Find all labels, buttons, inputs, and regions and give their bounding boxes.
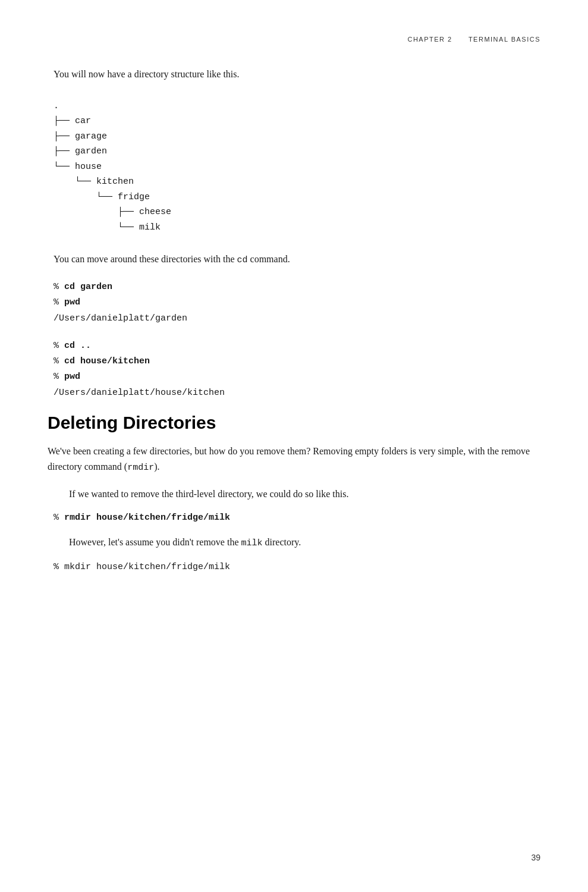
tree-line-house: └── house — [54, 159, 540, 175]
chapter-title: TERMINAL BASICS — [468, 36, 540, 43]
code-line-pwd-2: % pwd — [54, 369, 540, 385]
chapter-label: CHAPTER 2 — [407, 36, 452, 43]
intro-paragraph: You will now have a directory structure … — [54, 67, 540, 82]
tree-line-milk: └── milk — [54, 220, 540, 235]
directory-tree: . ├── car ├── garage ├── garden └── hous… — [54, 99, 540, 235]
page-header: CHAPTER 2 TERMINAL BASICS — [48, 36, 540, 43]
however-paragraph: However, let's assume you didn't remove … — [69, 535, 540, 551]
code-output-garden: /Users/danielplatt/garden — [54, 311, 540, 326]
tree-line-kitchen: └── kitchen — [54, 174, 540, 190]
code-block-1: % cd garden % pwd /Users/danielplatt/gar… — [54, 279, 540, 326]
tree-line-cheese: ├── cheese — [54, 205, 540, 220]
code-line-cd-garden: % cd garden — [54, 279, 540, 295]
deleting-paragraph-1: We've been creating a few directories, b… — [48, 444, 540, 476]
section-heading: Deleting Directories — [48, 413, 540, 433]
code-block-2: % cd .. % cd house/kitchen % pwd /Users/… — [54, 338, 540, 401]
tree-line-dot: . — [54, 99, 540, 114]
code-line-cd-kitchen: % cd house/kitchen — [54, 354, 540, 369]
rmdir-command: rmdir house/kitchen/fridge/milk — [64, 513, 230, 523]
tree-line-fridge: └── fridge — [54, 190, 540, 205]
tree-line-garden: ├── garden — [54, 144, 540, 159]
deleting-paragraph-2: If we wanted to remove the third-level d… — [69, 486, 540, 502]
code-output-kitchen: /Users/danielplatt/house/kitchen — [54, 385, 540, 401]
code-line-cd-dotdot: % cd .. — [54, 338, 540, 354]
tree-line-car: ├── car — [54, 114, 540, 129]
move-around-text: You can move around these directories wi… — [54, 252, 540, 268]
rmdir-command-block: % rmdir house/kitchen/fridge/milk — [54, 513, 540, 523]
mkdir-command: mkdir house/kitchen/fridge/milk — [64, 562, 230, 572]
mkdir-command-block: % mkdir house/kitchen/fridge/milk — [54, 562, 540, 572]
page: CHAPTER 2 TERMINAL BASICS You will now h… — [0, 0, 588, 892]
page-number: 39 — [531, 853, 540, 862]
tree-line-garage: ├── garage — [54, 129, 540, 145]
code-line-pwd-1: % pwd — [54, 295, 540, 310]
